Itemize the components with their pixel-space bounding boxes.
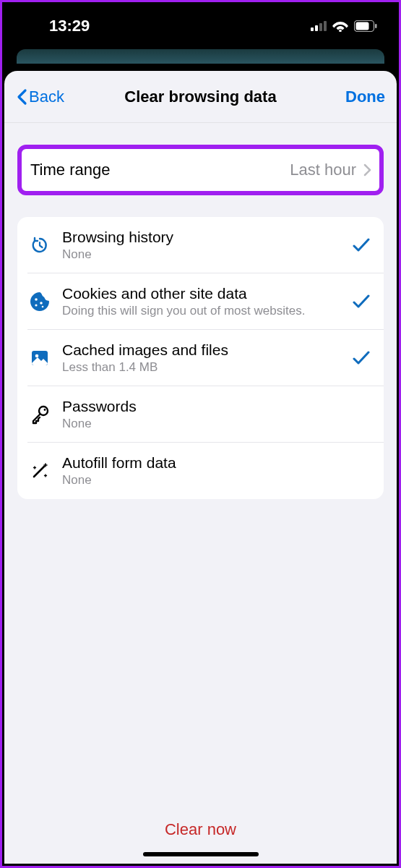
svg-point-15 [44, 409, 46, 411]
svg-rect-2 [319, 23, 322, 31]
row-title: Cached images and files [62, 341, 345, 359]
row-subtitle: None [62, 247, 345, 262]
key-icon [27, 402, 52, 427]
svg-rect-3 [324, 21, 327, 31]
checkmark-icon [352, 237, 371, 253]
wand-icon [27, 459, 52, 483]
data-types-list: Browsing history None Cookies and other … [17, 217, 384, 499]
settings-sheet: Back Clear browsing data Done Time range… [4, 71, 397, 864]
svg-rect-1 [315, 25, 318, 31]
content-area: Time range Last hour Browsing history No… [4, 123, 397, 864]
svg-point-11 [42, 306, 44, 308]
row-title: Browsing history [62, 229, 345, 246]
svg-rect-6 [356, 22, 369, 30]
data-type-row[interactable]: Cached images and files Less than 1.4 MB [17, 330, 384, 386]
row-text: Autofill form data None [62, 454, 371, 488]
svg-point-10 [35, 304, 37, 306]
checkmark-icon [352, 294, 371, 310]
row-text: Passwords None [62, 398, 371, 431]
data-type-row[interactable]: Autofill form data None [17, 443, 384, 499]
svg-point-8 [35, 298, 38, 301]
status-time: 13:29 [49, 17, 90, 35]
time-range-value: Last hour [290, 161, 356, 179]
battery-icon [354, 20, 377, 32]
chevron-left-icon [16, 88, 27, 106]
background-app-strip [17, 49, 384, 64]
row-text: Cookies and other site data Doing this w… [62, 285, 345, 318]
nav-bar: Back Clear browsing data Done [4, 71, 397, 123]
done-button[interactable]: Done [320, 88, 385, 106]
row-title: Passwords [62, 398, 371, 415]
row-title: Autofill form data [62, 454, 371, 472]
row-subtitle: Doing this will sign you out of most web… [62, 304, 345, 318]
status-icons [311, 20, 377, 32]
row-subtitle: None [62, 473, 371, 488]
back-button[interactable]: Back [16, 88, 81, 106]
time-range-row[interactable]: Time range Last hour [17, 145, 384, 195]
cookie-icon [27, 289, 52, 314]
svg-rect-7 [375, 24, 377, 28]
data-type-row[interactable]: Passwords None [17, 386, 384, 443]
svg-rect-0 [311, 27, 314, 31]
back-label: Back [29, 88, 64, 106]
row-subtitle: Less than 1.4 MB [62, 360, 345, 375]
page-title: Clear browsing data [124, 88, 276, 106]
clear-now-button[interactable]: Clear now [17, 804, 384, 852]
svg-point-9 [40, 302, 43, 305]
data-type-row[interactable]: Browsing history None [17, 217, 384, 273]
image-icon [27, 346, 52, 370]
svg-point-4 [339, 29, 342, 31]
time-range-label: Time range [30, 161, 110, 179]
checkmark-icon [352, 350, 371, 366]
row-subtitle: None [62, 417, 371, 431]
wifi-icon [332, 20, 348, 32]
row-title: Cookies and other site data [62, 285, 345, 302]
data-type-row[interactable]: Cookies and other site data Doing this w… [17, 273, 384, 330]
row-text: Cached images and files Less than 1.4 MB [62, 341, 345, 375]
cellular-icon [311, 21, 327, 31]
svg-point-13 [35, 354, 39, 358]
history-icon [27, 233, 52, 258]
chevron-right-icon [363, 163, 372, 176]
row-text: Browsing history None [62, 229, 345, 262]
home-indicator[interactable] [143, 852, 259, 856]
status-bar: 13:29 [2, 2, 399, 49]
